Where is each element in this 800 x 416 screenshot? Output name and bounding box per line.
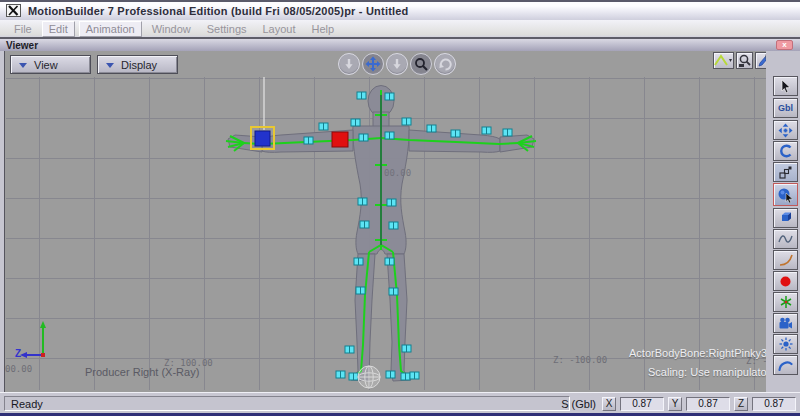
select-object-tool-icon[interactable] xyxy=(773,183,798,206)
menu-file[interactable]: File xyxy=(8,22,38,36)
asterisk-marker-tool-icon[interactable] xyxy=(773,292,798,312)
grid-label-partial-center: 00.00 xyxy=(384,168,411,178)
selected-joint-box[interactable] xyxy=(255,131,270,146)
global-toggle-label: Gbl xyxy=(778,103,793,113)
window-title: MotionBuilder 7 Professional Edition (bu… xyxy=(28,3,409,17)
red-joint-box[interactable] xyxy=(332,132,348,147)
cube-tool-icon[interactable] xyxy=(773,208,798,228)
menu-help[interactable]: Help xyxy=(306,22,341,36)
y-axis-label: Y xyxy=(668,397,682,411)
menu-bar: File Edit Animation Window Settings Layo… xyxy=(0,20,800,37)
axis-z-label: Z xyxy=(15,348,21,359)
application-window: MotionBuilder 7 Professional Edition (bu… xyxy=(0,0,800,416)
wave-curve-tool-icon[interactable] xyxy=(773,229,798,249)
transform-readout: S (Gbl) X 0.87 Y 0.87 Z 0.87 xyxy=(561,396,796,411)
tool-sidebar: Gbl xyxy=(766,51,800,392)
grid-label-z-neg: Z: -100.00 xyxy=(553,355,607,365)
viewer-panel-title: Viewer xyxy=(0,40,38,51)
menu-animation[interactable]: Animation xyxy=(79,21,142,37)
viewer-panel-header: Viewer x xyxy=(0,39,800,51)
pointer-tool-icon[interactable] xyxy=(773,76,798,96)
y-value-field[interactable]: 0.87 xyxy=(686,397,730,411)
global-toggle-button[interactable]: Gbl xyxy=(773,98,798,118)
menu-settings[interactable]: Settings xyxy=(201,22,253,36)
viewport-canvas[interactable]: View Display xyxy=(4,51,766,392)
selected-bone-label: ActorBodyBone:RightPinky3 xyxy=(629,347,766,359)
status-bar: Ready S (Gbl) X 0.87 Y 0.87 Z 0.87 xyxy=(0,392,800,413)
handle-tool-icon[interactable] xyxy=(773,355,798,375)
arc-curve-tool-icon[interactable] xyxy=(773,250,798,270)
menu-layout[interactable]: Layout xyxy=(257,22,302,36)
close-icon[interactable]: x xyxy=(776,40,793,50)
title-bar: MotionBuilder 7 Professional Edition (bu… xyxy=(0,0,800,20)
menu-edit[interactable]: Edit xyxy=(42,21,75,37)
z-value-field[interactable]: 0.87 xyxy=(752,397,796,411)
x-value-field[interactable]: 0.87 xyxy=(620,397,664,411)
transform-mode-label: S (Gbl) xyxy=(561,398,596,410)
record-tool-icon[interactable] xyxy=(773,271,798,291)
app-logo-icon xyxy=(6,4,21,17)
translate-tool-icon[interactable] xyxy=(773,120,798,140)
axis-gizmo xyxy=(20,321,46,358)
scaling-mode-label: Scaling: Use manipulator xyxy=(648,366,766,378)
character-model xyxy=(5,51,766,392)
scale-tool-icon[interactable] xyxy=(773,162,798,182)
grid-label-partial-corner: 00.00 xyxy=(5,364,32,374)
x-axis-label: X xyxy=(602,397,616,411)
rotate-tool-icon[interactable] xyxy=(773,141,798,161)
camera-tool-icon[interactable] xyxy=(773,313,798,333)
light-tool-icon[interactable] xyxy=(773,334,798,354)
status-message: Ready xyxy=(4,396,570,411)
camera-name-label: Producer Right (X-Ray) xyxy=(85,366,199,378)
z-axis-label: Z xyxy=(734,397,748,411)
manipulator-sphere[interactable] xyxy=(358,366,380,388)
menu-window[interactable]: Window xyxy=(146,22,197,36)
